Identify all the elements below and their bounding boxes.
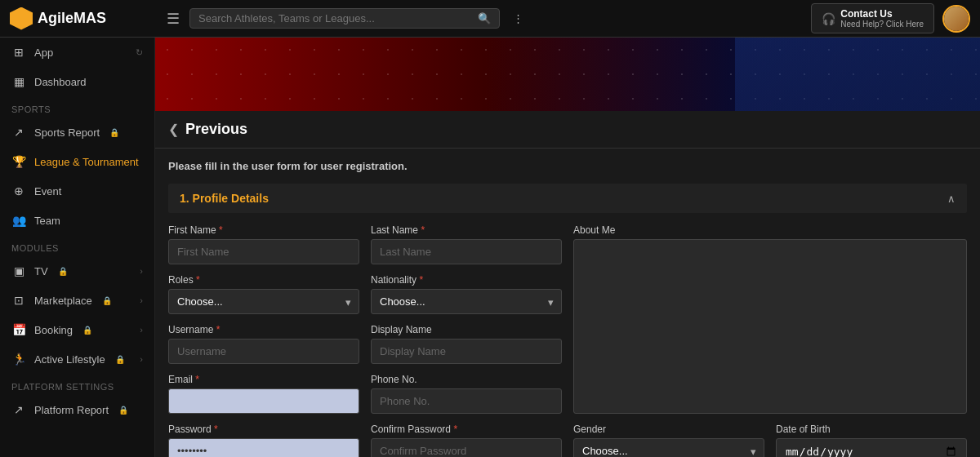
sidebar-item-league[interactable]: 🏆 League & Tournament xyxy=(0,147,154,176)
sidebar-item-event-label: Event xyxy=(34,185,61,197)
contact-sub: Need Help? Click Here xyxy=(840,20,924,29)
search-input[interactable] xyxy=(198,12,471,24)
display-name-label: Display Name xyxy=(371,324,562,335)
league-icon: 🏆 xyxy=(11,155,26,168)
dob-label: Date of Birth xyxy=(776,424,967,435)
sidebar-item-event[interactable]: ⊕ Event xyxy=(0,176,154,206)
phone-label: Phone No. xyxy=(371,374,562,385)
sidebar-item-app-label: App xyxy=(34,47,53,59)
content-area: ❮ Previous Please fill in the user form … xyxy=(155,38,980,457)
dob-input[interactable] xyxy=(776,438,967,457)
first-name-input[interactable] xyxy=(168,239,359,264)
roles-select-wrapper: Choose... xyxy=(168,289,359,314)
sidebar-item-platform-report-label: Platform Report xyxy=(34,404,109,416)
lock-icon-tv: 🔒 xyxy=(58,267,68,276)
username-input[interactable] xyxy=(168,339,359,364)
arrow-icon-active: › xyxy=(140,354,143,364)
contact-main: Contact Us xyxy=(840,8,924,20)
sidebar-item-platform-report[interactable]: ↗ Platform Report 🔒 xyxy=(0,395,154,424)
phone-field: Phone No. xyxy=(371,374,562,414)
search-icon: 🔍 xyxy=(478,12,491,24)
roles-select[interactable]: Choose... xyxy=(168,289,359,314)
page-title: Previous xyxy=(185,121,247,138)
sidebar-item-sports-report-label: Sports Report xyxy=(34,126,100,139)
email-field: Email * xyxy=(168,374,359,414)
hero-graphic xyxy=(735,38,980,111)
about-me-textarea[interactable] xyxy=(573,239,967,414)
form-description: Please fill in the user form for user re… xyxy=(168,160,967,172)
about-me-label: About Me xyxy=(573,224,967,236)
sidebar-item-active-lifestyle-label: Active Lifestyle xyxy=(34,353,105,366)
topbar: AgileMAS ☰ 🔍 ⋮ 🎧 Contact Us Need Help? C… xyxy=(0,0,980,38)
dashboard-icon: ▦ xyxy=(11,75,26,88)
sidebar-item-team[interactable]: 👥 Team xyxy=(0,206,154,235)
lock-icon: 🔒 xyxy=(109,128,119,137)
sidebar-item-active-lifestyle[interactable]: 🏃 Active Lifestyle 🔒 › xyxy=(0,344,154,374)
platform-report-icon: ↗ xyxy=(11,403,26,416)
gender-field: Gender Choose... xyxy=(573,424,764,457)
arrow-icon-marketplace: › xyxy=(140,295,143,305)
gender-select-wrapper: Choose... xyxy=(573,438,764,457)
username-label: Username * xyxy=(168,324,359,335)
sidebar-item-booking-label: Booking xyxy=(34,324,73,336)
sidebar-item-dashboard[interactable]: ▦ Dashboard xyxy=(0,67,154,96)
roles-field: Roles * Choose... xyxy=(168,274,359,314)
last-name-label: Last Name * xyxy=(371,224,562,236)
marketplace-icon: ⊡ xyxy=(11,294,26,307)
hero-banner xyxy=(155,38,980,111)
sidebar-item-tv[interactable]: ▣ TV 🔒 › xyxy=(0,256,154,286)
sidebar-item-team-label: Team xyxy=(34,215,60,227)
active-lifestyle-icon: 🏃 xyxy=(11,353,26,366)
nationality-select-wrapper: Choose... xyxy=(371,289,562,314)
gender-label: Gender xyxy=(573,424,764,435)
section-title: 1. Profile Details xyxy=(180,192,269,205)
section-header: 1. Profile Details ∧ xyxy=(168,184,967,213)
last-name-input[interactable] xyxy=(371,239,562,264)
logo: AgileMAS xyxy=(10,7,157,30)
search-bar: 🔍 xyxy=(189,8,500,29)
sidebar-item-app[interactable]: ⊞ App ↻ xyxy=(0,38,154,67)
password-input[interactable] xyxy=(168,438,359,457)
sidebar-item-booking[interactable]: 📅 Booking 🔒 › xyxy=(0,315,154,344)
refresh-icon: ↻ xyxy=(136,47,143,58)
lock-icon-booking: 🔒 xyxy=(82,326,92,335)
sidebar: ⊞ App ↻ ▦ Dashboard Sports ↗ Sports Repo… xyxy=(0,38,155,457)
topbar-right: 🎧 Contact Us Need Help? Click Here xyxy=(811,3,970,33)
sidebar-item-league-label: League & Tournament xyxy=(34,156,139,168)
email-input[interactable] xyxy=(168,388,359,414)
contact-text: Contact Us Need Help? Click Here xyxy=(840,8,924,29)
last-name-field: Last Name * xyxy=(371,224,562,264)
sidebar-item-marketplace[interactable]: ⊡ Marketplace 🔒 › xyxy=(0,286,154,315)
lock-icon-active: 🔒 xyxy=(115,355,125,364)
gender-select[interactable]: Choose... xyxy=(573,438,764,457)
display-name-field: Display Name xyxy=(371,324,562,364)
form-description-text: Please fill in the user form for user re… xyxy=(168,160,408,172)
form-area: Please fill in the user form for user re… xyxy=(155,149,980,457)
first-name-label: First Name * xyxy=(168,224,359,236)
logo-icon xyxy=(10,7,33,30)
confirm-password-input[interactable] xyxy=(371,438,562,457)
lock-icon-marketplace: 🔒 xyxy=(102,296,112,305)
phone-input[interactable] xyxy=(371,388,562,414)
booking-icon: 📅 xyxy=(11,323,26,336)
roles-label: Roles * xyxy=(168,274,359,286)
contact-button[interactable]: 🎧 Contact Us Need Help? Click Here xyxy=(811,3,934,33)
section-toggle-icon[interactable]: ∧ xyxy=(947,193,956,205)
username-field: Username * xyxy=(168,324,359,364)
nationality-label: Nationality * xyxy=(371,274,562,286)
avatar[interactable] xyxy=(942,5,970,33)
nationality-select[interactable]: Choose... xyxy=(371,289,562,314)
back-button[interactable]: ❮ xyxy=(168,122,179,137)
sidebar-item-sports-report[interactable]: ↗ Sports Report 🔒 xyxy=(0,118,154,147)
display-name-input[interactable] xyxy=(371,339,562,364)
confirm-password-label: Confirm Password * xyxy=(371,424,562,435)
sidebar-item-dashboard-label: Dashboard xyxy=(34,76,87,88)
dob-field: Date of Birth xyxy=(776,424,967,457)
sports-report-icon: ↗ xyxy=(11,126,26,139)
email-label: Email * xyxy=(168,374,359,385)
menu-icon[interactable]: ☰ xyxy=(167,10,180,28)
main-layout: ⊞ App ↻ ▦ Dashboard Sports ↗ Sports Repo… xyxy=(0,38,980,457)
section-platform: Platform Settings xyxy=(0,374,154,395)
more-options-icon[interactable]: ⋮ xyxy=(513,12,523,24)
nationality-field: Nationality * Choose... xyxy=(371,274,562,314)
